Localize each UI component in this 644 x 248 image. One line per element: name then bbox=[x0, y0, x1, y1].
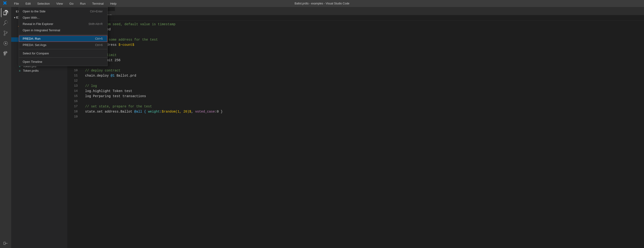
activity-extensions[interactable] bbox=[1, 49, 10, 58]
activity-run-debug[interactable] bbox=[1, 39, 10, 48]
menu-bar: File Edit Selection View Go Run Terminal… bbox=[3, 1, 118, 6]
line-number: 14 bbox=[67, 88, 78, 94]
context-menu-label: Open in Integrated Terminal bbox=[23, 28, 60, 32]
context-menu-label: Reveal in File Explorer bbox=[23, 22, 53, 26]
menu-selection[interactable]: Selection bbox=[36, 2, 51, 5]
code-token: . bbox=[91, 89, 93, 93]
code-line bbox=[85, 63, 639, 68]
line-number: 13 bbox=[67, 83, 78, 88]
context-menu-label: Open Timeline bbox=[23, 60, 42, 63]
code-line: log.highlight Token test bbox=[85, 88, 639, 94]
code-token: Ballot bbox=[116, 74, 128, 77]
code-line: // set state, prepare for the test bbox=[85, 104, 639, 109]
code-token: weight bbox=[148, 110, 160, 113]
activity-bar bbox=[0, 7, 11, 248]
context-menu-item-preda--set-args[interactable]: PREDA: Set ArgsCtrl+6 bbox=[19, 42, 107, 48]
breadcrumb: ≡ Ballot.prdts bbox=[67, 15, 644, 21]
context-menu-shortcut: Ctrl+5 bbox=[95, 37, 103, 40]
title-bar: File Edit Selection View Go Run Terminal… bbox=[0, 0, 644, 7]
context-menu-label: PREDA: Set Args bbox=[23, 43, 46, 47]
menu-edit[interactable]: Edit bbox=[24, 2, 32, 5]
context-menu-shortcut: Shift+Alt+R bbox=[88, 22, 103, 26]
context-menu-separator bbox=[19, 34, 107, 34]
code-token: : bbox=[160, 110, 162, 113]
code-token: voted_case bbox=[193, 110, 215, 113]
tab-bar: ≡Ballot.prdts×≡Preda Viz: Ballot_latest_… bbox=[67, 7, 644, 15]
code-token: Perparing test transactions bbox=[91, 94, 146, 98]
menu-run[interactable]: Run bbox=[78, 2, 87, 5]
code-token: // set state, prepare for the test bbox=[85, 105, 152, 108]
line-number: 10 bbox=[67, 68, 78, 73]
code-line bbox=[85, 99, 639, 104]
code-token: , bbox=[191, 110, 193, 113]
activity-search[interactable] bbox=[1, 18, 10, 27]
code-token: chain bbox=[85, 74, 95, 77]
code-line: // deploy contract bbox=[85, 68, 639, 73]
window-title: Ballot.prdts - examples - Visual Studio … bbox=[295, 2, 350, 5]
code-token: :0 } bbox=[215, 110, 223, 113]
code-token: . bbox=[118, 110, 120, 113]
code-token bbox=[116, 43, 118, 47]
activity-remote[interactable] bbox=[1, 239, 10, 248]
code-line: random.reseed bbox=[85, 27, 639, 32]
code-line: chain.deploy @1 Ballot.prd bbox=[85, 73, 639, 78]
code-token: $random(1, 20)$ bbox=[162, 110, 191, 113]
context-menu-item-reveal-in-file-explorer[interactable]: Reveal in File ExplorerShift+Alt+R bbox=[19, 21, 107, 27]
context-menu-item-open-timeline[interactable]: Open Timeline bbox=[19, 59, 107, 65]
menu-terminal[interactable]: Terminal bbox=[91, 2, 105, 5]
line-number: 18 bbox=[67, 109, 78, 114]
tree-item-token-prdts[interactable]: ≡Token.prdts bbox=[11, 68, 67, 73]
code-line: allocate.address $~count$ bbox=[85, 42, 639, 47]
code-token: Ballot bbox=[120, 110, 132, 113]
code-line: chain.gaslimit 256 bbox=[85, 58, 639, 63]
menu-view[interactable]: View bbox=[55, 2, 64, 5]
code-line bbox=[85, 32, 639, 37]
context-menu-item-select-for-compare[interactable]: Select for Compare bbox=[19, 50, 107, 56]
file-name: Token.prdts bbox=[23, 69, 38, 72]
code-line: log Perparing test transactions bbox=[85, 94, 639, 99]
context-menu-separator bbox=[19, 49, 107, 49]
menu-help[interactable]: Help bbox=[109, 2, 118, 5]
activity-explorer[interactable] bbox=[1, 8, 10, 17]
line-number: 19 bbox=[67, 114, 78, 119]
code-line: // set random seed, default value is tim… bbox=[85, 22, 639, 27]
activity-source-control[interactable] bbox=[1, 28, 10, 38]
code-token: Token test bbox=[110, 89, 132, 93]
code-token: $~count$ bbox=[118, 43, 134, 47]
code-token: log bbox=[85, 94, 91, 98]
code-token: 256 bbox=[113, 58, 121, 62]
context-menu-item-open-in-integrated-terminal[interactable]: Open in Integrated Terminal bbox=[19, 27, 107, 33]
code-line bbox=[85, 47, 639, 52]
editor-content[interactable]: 12345678910111213141516171819 // set ran… bbox=[67, 21, 644, 248]
context-menu-item-open-to-the-side[interactable]: Open to the SideCtrl+Enter bbox=[19, 8, 107, 14]
menu-file[interactable]: File bbox=[13, 2, 20, 5]
context-menu-label: Open to the Side bbox=[23, 9, 46, 13]
line-number: 12 bbox=[67, 78, 78, 83]
context-menu-label: Select for Compare bbox=[23, 52, 49, 55]
code-token: @all { bbox=[132, 110, 148, 113]
context-menu-shortcut: Ctrl+6 bbox=[95, 43, 103, 47]
code-token: .prd bbox=[128, 74, 136, 77]
code-area[interactable]: // set random seed, default value is tim… bbox=[80, 21, 644, 248]
line-number: 16 bbox=[67, 99, 78, 104]
line-number: 17 bbox=[67, 104, 78, 109]
context-menu-label: PREDA: Run bbox=[23, 37, 40, 40]
code-line bbox=[85, 78, 639, 83]
code-token: highlight bbox=[93, 89, 111, 93]
context-menu-item-open-with---[interactable]: Open With... bbox=[19, 14, 107, 21]
context-menu-shortcut: Ctrl+Enter bbox=[90, 10, 103, 13]
menu-go[interactable]: Go bbox=[68, 2, 75, 5]
code-token: state bbox=[85, 110, 95, 113]
code-line: // allocate some address for the test bbox=[85, 37, 639, 42]
code-line: // log bbox=[85, 83, 639, 88]
code-line bbox=[85, 114, 639, 119]
code-token: // deploy contract bbox=[85, 69, 120, 72]
context-menu-separator bbox=[19, 57, 107, 58]
context-menu-item-preda--run[interactable]: PREDA: RunCtrl+5 bbox=[19, 35, 107, 42]
code-token: // log bbox=[85, 84, 97, 88]
code-line: // set gas limit bbox=[85, 52, 639, 58]
line-number: 15 bbox=[67, 94, 78, 99]
section-chevron: ▾ bbox=[14, 16, 16, 19]
code-line: state.set address.Ballot @all { weight:$… bbox=[85, 109, 639, 114]
code-token: log bbox=[85, 89, 91, 93]
